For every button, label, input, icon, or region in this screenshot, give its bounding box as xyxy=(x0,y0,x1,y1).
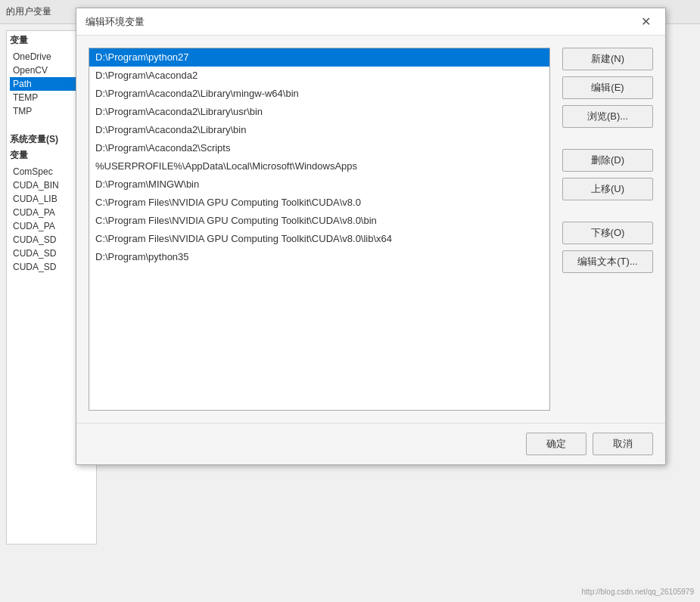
dialog-overlay: 编辑环境变量 ✕ D:\Program\python27D:\Program\A… xyxy=(76,0,666,590)
edit-env-dialog: 编辑环境变量 ✕ D:\Program\python27D:\Program\A… xyxy=(76,8,666,465)
path-list-item[interactable]: D:\Program\MINGW\bin xyxy=(89,175,549,194)
path-list-item[interactable]: D:\Program\Acaconda2\Library\mingw-w64\b… xyxy=(89,85,549,103)
path-list-item[interactable]: D:\Program\Acaconda2\Library\bin xyxy=(89,121,549,139)
path-list-item[interactable]: D:\Program\Acaconda2 xyxy=(89,67,549,85)
cancel-button[interactable]: 取消 xyxy=(593,433,653,455)
move-down-button[interactable]: 下移(O) xyxy=(562,222,653,244)
path-list-item[interactable]: D:\Program\python35 xyxy=(89,248,549,266)
path-list-item[interactable]: C:\Program Files\NVIDIA GPU Computing To… xyxy=(89,194,549,212)
path-list-item[interactable]: D:\Program\python27 xyxy=(89,48,549,67)
path-list-item[interactable]: D:\Program\Acaconda2\Library\usr\bin xyxy=(89,103,549,121)
delete-button[interactable]: 删除(D) xyxy=(562,149,653,172)
dialog-title: 编辑环境变量 xyxy=(86,15,635,29)
new-button[interactable]: 新建(N) xyxy=(562,48,653,70)
dialog-title-bar: 编辑环境变量 ✕ xyxy=(76,8,665,36)
dialog-button-panel: 新建(N)编辑(E)浏览(B)...删除(D)上移(U)下移(O)编辑文本(T)… xyxy=(562,48,653,411)
dialog-body: D:\Program\python27D:\Program\Acaconda2D… xyxy=(76,36,665,423)
browse-button[interactable]: 浏览(B)... xyxy=(562,105,653,128)
edit-button[interactable]: 编辑(E) xyxy=(562,76,653,99)
path-list-item[interactable]: C:\Program Files\NVIDIA GPU Computing To… xyxy=(89,230,549,248)
path-list-item[interactable]: D:\Program\Acaconda2\Scripts xyxy=(89,139,549,157)
path-list-item[interactable]: %USERPROFILE%\AppData\Local\Microsoft\Wi… xyxy=(89,157,549,175)
dialog-close-button[interactable]: ✕ xyxy=(635,11,656,33)
edit-text-button[interactable]: 编辑文本(T)... xyxy=(562,250,653,273)
path-list-container: D:\Program\python27D:\Program\Acaconda2D… xyxy=(89,48,550,411)
path-list: D:\Program\python27D:\Program\Acaconda2D… xyxy=(89,48,549,266)
path-list-item[interactable]: C:\Program Files\NVIDIA GPU Computing To… xyxy=(89,212,549,230)
watermark: http://blog.csdn.net/qq_26105979 xyxy=(582,588,694,596)
confirm-button[interactable]: 确定 xyxy=(526,433,586,455)
move-up-button[interactable]: 上移(U) xyxy=(562,178,653,200)
dialog-footer: 确定 取消 xyxy=(76,423,665,464)
